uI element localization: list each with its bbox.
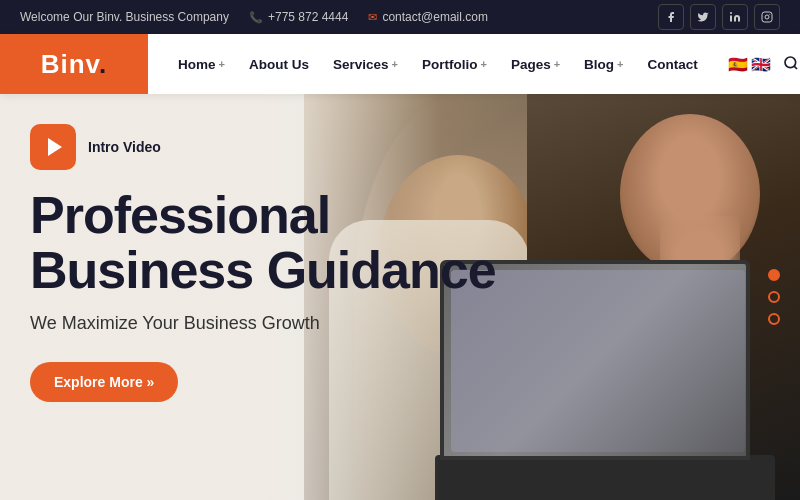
play-button[interactable] — [30, 124, 76, 170]
nav-item-services[interactable]: Services + — [323, 49, 408, 80]
social-links — [658, 4, 780, 30]
phone-number: +775 872 4444 — [268, 10, 348, 24]
hero-subtitle: We Maximize Your Business Growth — [30, 313, 496, 334]
nav-link-blog[interactable]: Blog + — [574, 49, 633, 80]
svg-line-6 — [794, 66, 797, 69]
scroll-dots — [768, 269, 780, 325]
email-icon: ✉ — [368, 11, 377, 24]
nav-item-about[interactable]: About Us — [239, 49, 319, 80]
svg-point-5 — [785, 57, 796, 68]
explore-button[interactable]: Explore More » — [30, 362, 178, 402]
svg-point-4 — [769, 14, 770, 15]
phone-info: 📞 +775 872 4444 — [249, 10, 348, 24]
nav-item-home[interactable]: Home + — [168, 49, 235, 80]
hero-content: Intro Video Professional Business Guidan… — [30, 124, 496, 402]
nav-link-contact[interactable]: Contact — [638, 49, 708, 80]
linkedin-link[interactable] — [722, 4, 748, 30]
instagram-link[interactable] — [754, 4, 780, 30]
top-bar-info: Welcome Our Binv. Business Company 📞 +77… — [20, 10, 488, 24]
nav-link-services[interactable]: Services + — [323, 49, 408, 80]
svg-point-3 — [765, 15, 769, 19]
svg-rect-2 — [762, 12, 772, 22]
flag-en[interactable]: 🇬🇧 — [751, 55, 771, 74]
logo[interactable]: Binv. — [0, 34, 148, 94]
top-bar: Welcome Our Binv. Business Company 📞 +77… — [0, 0, 800, 34]
nav-item-pages[interactable]: Pages + — [501, 49, 570, 80]
phone-icon: 📞 — [249, 11, 263, 24]
hero-title-line1: Professional — [30, 186, 330, 244]
scroll-dot-3[interactable] — [768, 313, 780, 325]
nav-right: 🇪🇸 🇬🇧 — [728, 51, 800, 78]
svg-point-1 — [730, 12, 732, 14]
navbar: Binv. Home + About Us Services + Portfol… — [0, 34, 800, 94]
nav-link-portfolio[interactable]: Portfolio + — [412, 49, 497, 80]
play-icon — [48, 138, 62, 156]
search-icon[interactable] — [779, 51, 800, 78]
twitter-link[interactable] — [690, 4, 716, 30]
nav-item-portfolio[interactable]: Portfolio + — [412, 49, 497, 80]
intro-video-label: Intro Video — [88, 139, 161, 155]
nav-item-blog[interactable]: Blog + — [574, 49, 633, 80]
nav-link-home[interactable]: Home + — [168, 49, 235, 80]
language-flags: 🇪🇸 🇬🇧 — [728, 55, 771, 74]
hero-section: Intro Video Professional Business Guidan… — [0, 94, 800, 500]
flag-es[interactable]: 🇪🇸 — [728, 55, 748, 74]
svg-rect-0 — [730, 16, 732, 22]
logo-text: Binv. — [41, 49, 108, 80]
facebook-link[interactable] — [658, 4, 684, 30]
nav-item-contact[interactable]: Contact — [638, 49, 708, 80]
hero-title: Professional Business Guidance — [30, 188, 496, 297]
explore-button-label: Explore More » — [54, 374, 154, 390]
hero-title-line2: Business Guidance — [30, 241, 496, 299]
email-address: contact@email.com — [382, 10, 488, 24]
nav-link-about[interactable]: About Us — [239, 49, 319, 80]
scroll-dot-2[interactable] — [768, 291, 780, 303]
nav-menu: Home + About Us Services + Portfolio + P… — [148, 49, 728, 80]
scroll-dot-1[interactable] — [768, 269, 780, 281]
welcome-text: Welcome Our Binv. Business Company — [20, 10, 229, 24]
intro-video-group: Intro Video — [30, 124, 496, 170]
email-info: ✉ contact@email.com — [368, 10, 488, 24]
nav-link-pages[interactable]: Pages + — [501, 49, 570, 80]
